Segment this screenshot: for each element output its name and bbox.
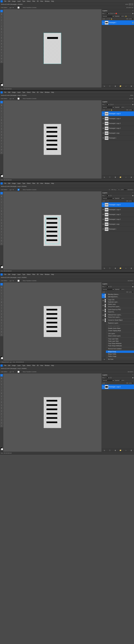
fill-5[interactable] (129, 382, 134, 384)
tool-i-5[interactable]: I (0, 386, 3, 388)
tool-o-2[interactable]: O (0, 136, 3, 139)
transform-cb-2[interactable] (15, 98, 22, 100)
layer-p3-4[interactable]: 👁 Rectangle 1 copy (102, 222, 134, 227)
tool-e-2[interactable]: E (0, 128, 3, 130)
filter-toggle-4[interactable]: ◉ (132, 286, 134, 287)
tool-e-3[interactable]: E (0, 218, 3, 221)
menu-type-3[interactable]: Type (22, 183, 26, 184)
tool-stamp-1[interactable]: S (0, 30, 3, 33)
filter-toggle-1[interactable]: ◉ (132, 13, 134, 14)
layers-menu-btn-1[interactable]: ≡ (132, 10, 133, 11)
tool-v-4[interactable]: V (0, 283, 3, 286)
tool-y-4[interactable]: Y (0, 307, 3, 309)
layer-eye-p2-5[interactable]: 👁 (102, 137, 104, 139)
auto-select-dropdown-1[interactable]: Layer (8, 6, 14, 8)
filter-icon-5[interactable]: 🔴 (116, 13, 117, 14)
filter-toggle-5[interactable]: ◉ (132, 377, 134, 378)
ctx-edit-adj[interactable]: Edit Adjustment... (106, 296, 134, 298)
tool-y-5[interactable]: Y (0, 398, 3, 400)
fill-input-1[interactable] (129, 18, 134, 20)
ctx-no-color[interactable]: No Color (106, 358, 134, 360)
lf-del-3[interactable]: 🗑 (130, 267, 132, 270)
menu-window-2[interactable]: Window (44, 92, 50, 93)
ctx-disable-vmask[interactable]: Disable Vector Mask (106, 327, 134, 330)
eye-p4-4[interactable]: 👁 (102, 314, 104, 316)
tool-l-4[interactable]: L (0, 289, 3, 292)
menu-file-4[interactable]: File (4, 274, 7, 275)
tool-z-4[interactable]: Z (0, 334, 3, 336)
tool-t-3[interactable]: T (0, 234, 3, 236)
blend-2[interactable]: Normal (102, 106, 114, 108)
eye-p3-0[interactable]: 👁 (102, 204, 104, 206)
ctx-del-layer[interactable]: Delete Layer (106, 303, 134, 306)
lf-grp-5[interactable]: 📁 (119, 449, 122, 452)
menu-layer-5[interactable]: Layer (16, 365, 21, 366)
lf-del-5[interactable]: 🗑 (130, 449, 132, 452)
tool-y-3[interactable]: Y (0, 216, 3, 218)
ctx-remove-isolation[interactable]: Remove from Isolation (106, 348, 134, 350)
tool-u-3[interactable]: U (0, 236, 3, 239)
layer-item-p2-1[interactable]: 👁 Rectangle 1 copy 4 (102, 116, 134, 121)
tool-e-4[interactable]: E (0, 310, 3, 312)
menu-help-5[interactable]: Help (50, 365, 55, 366)
ctx-merge-visible[interactable]: Merge Visible (106, 353, 134, 355)
transform-controls-cb-1[interactable] (15, 6, 22, 8)
tool-j-3[interactable]: J (0, 207, 3, 210)
lf-new-3[interactable]: + (125, 267, 127, 270)
tool-i-4[interactable]: I (0, 295, 3, 298)
layer-new-btn-2[interactable]: + (125, 176, 127, 178)
menu-layer-4[interactable]: Layer (16, 274, 21, 275)
tool-hand-1[interactable]: H (0, 57, 3, 60)
tool-m-4[interactable]: M (0, 286, 3, 288)
menu-file-5[interactable]: File (4, 365, 7, 366)
layer-p3-3[interactable]: 👁 Rectangle 1 copy 2 (102, 217, 134, 222)
tb-4a[interactable]: ☰ (110, 286, 112, 287)
menu-select-4[interactable]: Select (26, 274, 31, 275)
tool-p-4[interactable]: P (0, 322, 3, 324)
tool-zoom-1[interactable]: Z (0, 60, 3, 63)
ctx-smart-obj[interactable]: Convert to Smart Object (106, 319, 134, 321)
menu-window-5[interactable]: Window (44, 365, 50, 366)
lock-px-2[interactable]: ⬚ (106, 109, 107, 111)
tool-h-4[interactable]: H (0, 330, 3, 333)
layer-new-btn-1[interactable]: + (125, 85, 127, 87)
tool-gradient-1[interactable]: G (0, 40, 3, 42)
bg-5[interactable] (1, 448, 3, 450)
tool-p-2[interactable]: P (0, 140, 3, 142)
auto-sel-4[interactable]: Layer (8, 280, 14, 282)
layer-p3-0[interactable]: 👁 Rectangle 1 copy 5 (102, 202, 134, 207)
eye-p5-0[interactable]: 👁 (102, 386, 104, 388)
tool-heal-1[interactable]: J (0, 24, 3, 27)
tb-icon-2b[interactable]: ⊡ (112, 104, 113, 105)
layer-item-p2-2[interactable]: 👁 Rectangle 1 copy 3 (102, 121, 134, 126)
layer-group-btn-1[interactable]: 📁 (119, 85, 122, 87)
layer-item-p2-4[interactable]: 👁 Rectangle 1 copy (102, 131, 134, 136)
bg-4[interactable] (1, 357, 3, 359)
op-3[interactable] (120, 197, 125, 199)
tool-y-2[interactable]: Y (0, 124, 3, 127)
eye-p4-0[interactable]: 👁 (102, 295, 104, 297)
tool-u-2[interactable]: U (0, 145, 3, 148)
blend-mode-select-1[interactable]: Normal (102, 15, 114, 17)
menu-3d-5[interactable]: 3D (36, 365, 39, 366)
ctx-blending[interactable]: Blending Options... (106, 293, 134, 296)
menu-file-1[interactable]: File (4, 0, 7, 2)
menu-view-1[interactable]: View (40, 0, 44, 2)
menu-edit-4[interactable]: Edit (7, 274, 11, 275)
layer-eye-p2-2[interactable]: 👁 (102, 122, 104, 124)
tool-l-5[interactable]: L (0, 380, 3, 382)
tool-s-2[interactable]: S (0, 122, 3, 124)
zoom-in-btn-1[interactable]: + (129, 3, 131, 6)
tool-dodge-1[interactable]: O (0, 46, 3, 48)
ctx-link-layers[interactable]: Link Layers (106, 332, 134, 335)
layer-group-btn-2[interactable]: 📁 (119, 176, 122, 178)
layer-fx-btn-1[interactable]: fx (103, 85, 106, 87)
filter-icon-4[interactable]: ✦ (114, 13, 115, 14)
layer-p5-0[interactable]: 👁 Rectangle 1 copy 5 (102, 384, 134, 389)
lf-fx-3[interactable]: fx (103, 267, 106, 270)
tool-t-5[interactable]: T (0, 416, 3, 418)
layer-del-btn-1[interactable]: 🗑 (130, 85, 132, 87)
tool-select-1[interactable]: M (0, 13, 3, 16)
lf-new-5[interactable]: + (125, 449, 127, 452)
tb-5a[interactable]: ☰ (110, 377, 112, 378)
